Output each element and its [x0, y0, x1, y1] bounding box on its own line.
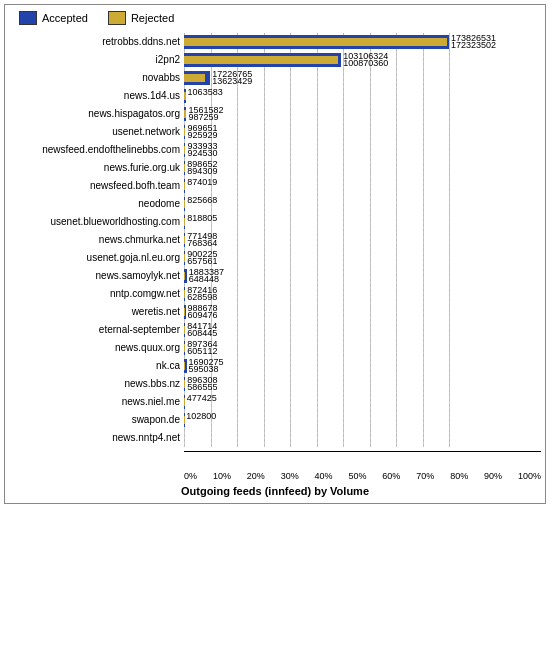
bar-wrapper: 1883387648448: [184, 269, 187, 283]
table-row: news.chmurka.net771498768364: [9, 231, 541, 248]
table-row: novabbs1722676513623429: [9, 69, 541, 86]
bar-area: 874019: [184, 179, 541, 193]
bar-rejected: [184, 74, 205, 82]
bar-label: swapon.de: [9, 414, 184, 425]
bar-label: news.bbs.nz: [9, 378, 184, 389]
bar-area: 969651925929: [184, 125, 541, 139]
bar-area: 1722676513623429: [184, 71, 541, 85]
bar-area: 103106324100870360: [184, 53, 541, 67]
bar-label: news.1d4.us: [9, 90, 184, 101]
table-row: news.bbs.nz896308586555: [9, 375, 541, 392]
legend-rejected-box: [108, 11, 126, 25]
table-row: news.quux.org897364605112: [9, 339, 541, 356]
legend-accepted-box: [19, 11, 37, 25]
table-row: news.nntp4.net: [9, 429, 541, 446]
bar-wrapper: 1561582987259: [184, 107, 186, 121]
x-axis: [184, 451, 541, 471]
bar-area: 897364605112: [184, 341, 541, 355]
bar-area: 1883387648448: [184, 269, 541, 283]
bar-values: 818805: [185, 215, 217, 222]
table-row: newsfeed.endofthelinebbs.com933933924530: [9, 141, 541, 158]
bar-label: news.chmurka.net: [9, 234, 184, 245]
chart-body: retrobbs.ddns.net173826531172323502i2pn2…: [9, 33, 541, 481]
bar-values: 1690275595038: [187, 359, 224, 373]
x-axis-tick: 100%: [518, 471, 541, 481]
bar-values: 897364605112: [185, 341, 217, 355]
bar-values: 1883387648448: [187, 269, 224, 283]
bar-label: newsfeed.bofh.team: [9, 180, 184, 191]
chart-title: Outgoing feeds (innfeed) by Volume: [9, 485, 541, 497]
bar-area: 988678609476: [184, 305, 541, 319]
bar-rejected: [184, 38, 447, 46]
bar-area: [184, 431, 541, 445]
bar-area: 898652894309: [184, 161, 541, 175]
bar-label: weretis.net: [9, 306, 184, 317]
bar-label: news.furie.org.uk: [9, 162, 184, 173]
bar-values: 841714608445: [185, 323, 217, 337]
bar-values: 173826531172323502: [449, 35, 496, 49]
bar-label: news.hispagatos.org: [9, 108, 184, 119]
bar-wrapper: 818805: [184, 215, 185, 229]
table-row: usenet.network969651925929: [9, 123, 541, 140]
bar-wrapper: 103106324100870360: [184, 53, 341, 67]
bar-wrapper: 771498768364: [184, 233, 185, 247]
bar-wrapper: 825668: [184, 197, 185, 211]
bar-area: 818805: [184, 215, 541, 229]
bar-wrapper: 173826531172323502: [184, 35, 449, 49]
bar-area: 102800: [184, 413, 541, 427]
bar-values: 896308586555: [185, 377, 217, 391]
x-axis-tick: 60%: [382, 471, 400, 481]
bar-label: usenet.blueworldhosting.com: [9, 216, 184, 227]
legend-accepted: Accepted: [19, 11, 88, 25]
bar-area: 1561582987259: [184, 107, 541, 121]
table-row: usenet.blueworldhosting.com818805: [9, 213, 541, 230]
x-axis-tick: 40%: [315, 471, 333, 481]
bar-wrapper: 933933924530: [184, 143, 185, 157]
bar-values: 1063583: [186, 89, 223, 96]
bars-container: retrobbs.ddns.net173826531172323502i2pn2…: [9, 33, 541, 447]
bar-rejected: [184, 272, 185, 280]
bar-values: 874019: [185, 179, 217, 186]
table-row: retrobbs.ddns.net173826531172323502: [9, 33, 541, 50]
table-row: weretis.net988678609476: [9, 303, 541, 320]
bar-label: retrobbs.ddns.net: [9, 36, 184, 47]
bar-label: novabbs: [9, 72, 184, 83]
bar-wrapper: 1063583: [184, 89, 186, 103]
x-axis-tick: 20%: [247, 471, 265, 481]
bar-values: 898652894309: [185, 161, 217, 175]
bar-label: news.samoylyk.net: [9, 270, 184, 281]
bar-values: 1561582987259: [186, 107, 223, 121]
bar-wrapper: 841714608445: [184, 323, 185, 337]
bar-label: i2pn2: [9, 54, 184, 65]
bar-area: 477425: [184, 395, 541, 409]
bar-values: 825668: [185, 197, 217, 204]
bar-wrapper: 872416628598: [184, 287, 185, 301]
bar-values: 988678609476: [186, 305, 218, 319]
bar-label: nk.ca: [9, 360, 184, 371]
bar-label: news.quux.org: [9, 342, 184, 353]
bar-values: 477425: [185, 395, 217, 402]
bar-wrapper: 874019: [184, 179, 185, 193]
bar-area: 900225657561: [184, 251, 541, 265]
bar-wrapper: 897364605112: [184, 341, 185, 355]
legend: Accepted Rejected: [9, 11, 541, 25]
bar-wrapper: 900225657561: [184, 251, 185, 265]
x-axis-tick: 90%: [484, 471, 502, 481]
bar-rejected: [184, 56, 338, 64]
table-row: nk.ca1690275595038: [9, 357, 541, 374]
bar-area: 1063583: [184, 89, 541, 103]
bar-values: 102800: [184, 413, 216, 420]
table-row: i2pn2103106324100870360: [9, 51, 541, 68]
bar-values: 771498768364: [185, 233, 217, 247]
table-row: news.hispagatos.org1561582987259: [9, 105, 541, 122]
table-row: swapon.de102800: [9, 411, 541, 428]
table-row: news.1d4.us1063583: [9, 87, 541, 104]
bar-values: 933933924530: [185, 143, 217, 157]
table-row: nntp.comgw.net872416628598: [9, 285, 541, 302]
bar-wrapper: 896308586555: [184, 377, 185, 391]
bar-label: newsfeed.endofthelinebbs.com: [9, 144, 184, 155]
table-row: news.niel.me477425: [9, 393, 541, 410]
legend-rejected: Rejected: [108, 11, 174, 25]
x-axis-tick: 0%: [184, 471, 197, 481]
legend-accepted-label: Accepted: [42, 12, 88, 24]
